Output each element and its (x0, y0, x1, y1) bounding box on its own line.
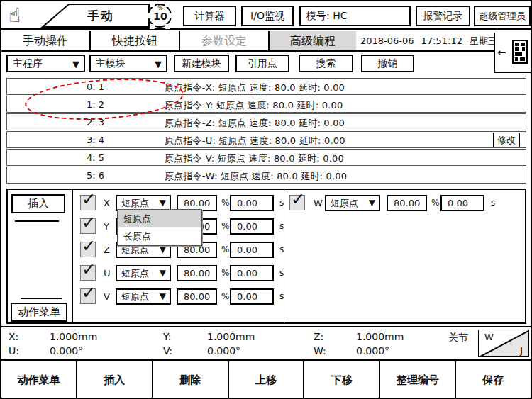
chevron-down-icon: ▼ (72, 57, 79, 72)
dropdown-value: 短原点 (331, 198, 358, 208)
percent-unit: % (221, 198, 229, 208)
axis-y-delay-input[interactable]: 0.00 (230, 218, 274, 235)
tab-parameter-setting[interactable]: 参数设定 (180, 31, 270, 50)
axis-u-checkbox[interactable]: ✓ (80, 265, 96, 281)
insert-button[interactable]: 插入 (11, 194, 65, 213)
mode-label[interactable]: 手动 (69, 8, 133, 24)
program-row-5[interactable]: 5: 6 原点指令-W: 短原点 速度: 80.0 延时: 0.00 (6, 167, 526, 184)
alarm-record-button[interactable]: 报警记录 (416, 6, 470, 26)
percent-unit: % (221, 268, 229, 278)
model-field[interactable]: 模号: HC (299, 6, 411, 26)
coord-w-value: 0.000° (356, 345, 389, 356)
chevron-down-icon: ▼ (369, 196, 375, 210)
axis-y-checkbox[interactable]: ✓ (80, 218, 96, 234)
coord-u-value: 0.000° (50, 345, 83, 356)
row-instruction: 原点指令-Y: 短原点 速度: 80.0 延时: 0.00 (165, 99, 343, 112)
calculator-button[interactable]: 计算器 (183, 6, 236, 26)
coord-mode-world: W (484, 332, 494, 342)
program-row-2[interactable]: 2: 3 原点指令-Z: 短原点 速度: 80.0 延时: 0.00 (6, 113, 526, 130)
insert-bottom-button[interactable]: 插入 (77, 361, 153, 399)
percent-unit: % (221, 291, 229, 301)
coord-mode-joint: J (520, 345, 523, 356)
program-row-4[interactable]: 4: 5 原点指令-V: 短原点 速度: 80.0 延时: 0.00 (6, 149, 526, 166)
axis-z-checkbox[interactable]: ✓ (80, 242, 96, 257)
check-icon: ✓ (82, 284, 96, 301)
row-instruction: 原点指令-V: 短原点 速度: 80.0 延时: 0.00 (165, 152, 344, 165)
program-select-value: 主程序 (13, 57, 43, 69)
renumber-bottom-button[interactable]: 整理编号 (380, 361, 456, 399)
check-icon: ✓ (291, 191, 305, 208)
move-down-bottom-button[interactable]: 下移 (304, 361, 380, 399)
ref-point-button[interactable]: 引用点 (235, 55, 289, 72)
axis-letter: X (104, 198, 110, 208)
axis-v-checkbox[interactable]: ✓ (80, 288, 96, 304)
hand-cursor-icon: ☝ (9, 3, 21, 28)
program-row-1[interactable]: 1: 2 原点指令-Y: 短原点 速度: 80.0 延时: 0.00 (6, 96, 526, 113)
module-select-value: 主模块 (96, 57, 126, 69)
program-row-3[interactable]: 3: 4 原点指令-U: 短原点 速度: 80.0 延时: 0.00 修改 (6, 131, 526, 148)
program-list: 0: 1 原点指令-X: 短原点 速度: 80.0 延时: 0.00 1: 2 … (6, 78, 526, 184)
minimize-panel-control[interactable]: ← (494, 33, 532, 73)
percent-unit: % (221, 245, 229, 254)
program-grid-icon (512, 40, 528, 64)
save-bottom-button[interactable]: 保存 (456, 361, 531, 399)
row-instruction: 原点指令-W: 短原点 速度: 80.0 延时: 0.00 (165, 170, 347, 183)
delete-bottom-button[interactable]: 删除 (153, 361, 229, 399)
speed-percent-value[interactable]: 10 (150, 11, 170, 22)
tab-advanced-programming[interactable]: 高级编程 (270, 31, 356, 50)
date-label: 2018-06-06 (360, 35, 414, 46)
axis-w-delay-input[interactable]: 0.00 (440, 195, 484, 211)
dropdown-option-long-origin[interactable]: 长原点 (118, 227, 201, 245)
modify-button[interactable]: 修改 (493, 133, 520, 147)
tab-manual-operation[interactable]: 手动操作 (1, 31, 91, 50)
axis-x-delay-input[interactable]: 0.00 (230, 195, 274, 211)
coord-x-value: 1.000mm (50, 331, 97, 342)
axis-u-speed-input[interactable]: 80.00 (177, 265, 217, 281)
search-button[interactable]: 搜索 (299, 55, 353, 72)
row-index: 4: 5 (87, 152, 104, 163)
time-label: 17:51:12 (421, 35, 462, 46)
chevron-down-icon: ▼ (155, 57, 162, 72)
dropdown-value: 短原点 (121, 245, 149, 255)
axis-x-checkbox[interactable]: ✓ (80, 195, 96, 210)
dropdown-value: 短原点 (121, 198, 149, 208)
axis-w-checkbox[interactable]: ✓ (289, 195, 305, 210)
move-up-bottom-button[interactable]: 上移 (229, 361, 305, 399)
axis-w-speed-input[interactable]: 80.00 (387, 195, 427, 211)
action-menu-bottom-button[interactable]: 动作菜单 (1, 361, 77, 399)
chevron-down-icon: ▼ (160, 266, 166, 280)
axis-v-delay-input[interactable]: 0.00 (230, 288, 274, 305)
module-select[interactable]: 主模块 ▼ (89, 55, 167, 72)
axis-letter: Y (104, 221, 109, 232)
io-monitor-button[interactable]: I/O监视 (241, 6, 294, 26)
coord-mode-toggle[interactable]: W J (478, 330, 529, 357)
axis-v-type-dropdown[interactable]: 短原点▼ (116, 288, 171, 305)
action-menu-button[interactable]: 动作菜单 (11, 303, 67, 322)
axis-w-type-dropdown[interactable]: 短原点▼ (325, 195, 380, 211)
axis-letter: V (104, 291, 110, 302)
back-arrow-icon: ← (497, 46, 506, 59)
row-index: 2: 3 (87, 117, 104, 128)
super-admin-button[interactable]: 超级管理员 (474, 6, 531, 26)
seconds-unit: s (279, 291, 284, 301)
axis-u-type-dropdown[interactable]: 短原点▼ (116, 265, 171, 281)
undo-button[interactable]: 撤销 (361, 55, 414, 72)
separator-line (15, 220, 59, 222)
axis-z-delay-input[interactable]: 0.00 (230, 242, 274, 258)
coord-v-value: 0.000° (207, 345, 240, 356)
dropdown-option-short-origin[interactable]: 短原点 (118, 210, 201, 227)
new-module-button[interactable]: 新建模块 (174, 55, 229, 72)
row-index: 5: 6 (87, 170, 104, 181)
axis-v-speed-input[interactable]: 80.00 (177, 288, 217, 305)
origin-type-dropdown-popup: 短原点 长原点 (117, 209, 202, 246)
chevron-down-icon: ▼ (160, 290, 166, 303)
check-icon: ✓ (82, 237, 96, 254)
check-icon: ✓ (82, 214, 96, 231)
row-index: 0: 1 (87, 82, 104, 92)
check-icon: ✓ (82, 191, 96, 208)
axis-u-delay-input[interactable]: 0.00 (230, 265, 274, 281)
tab-quick-buttons[interactable]: 快捷按钮 (91, 31, 180, 50)
program-select[interactable]: 主程序 ▼ (6, 55, 85, 72)
program-row-0[interactable]: 0: 1 原点指令-X: 短原点 速度: 80.0 延时: 0.00 (6, 78, 526, 95)
coord-x-label: X: (9, 331, 18, 342)
